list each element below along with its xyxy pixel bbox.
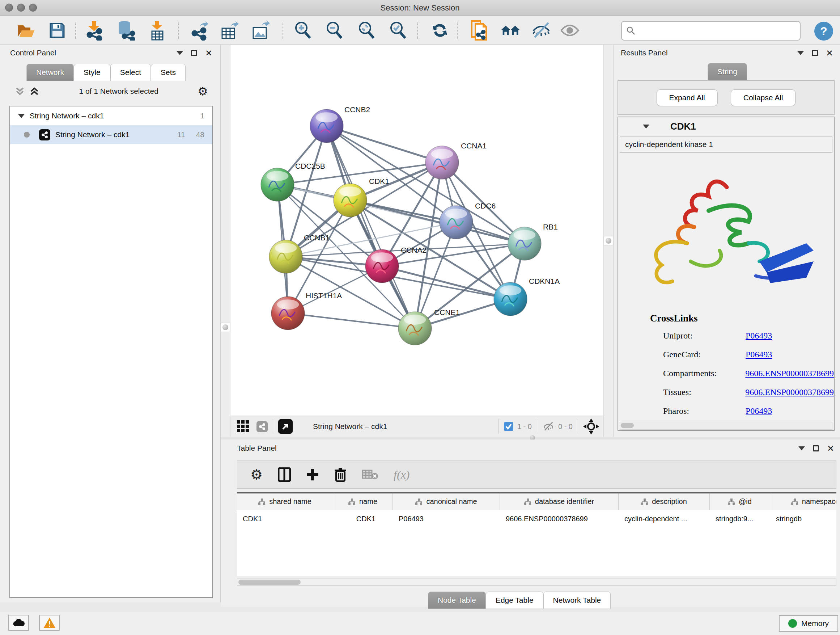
results-panel-close-icon[interactable]: ✕ — [826, 50, 833, 56]
cloud-status-button[interactable] — [8, 615, 29, 631]
tab-node-table[interactable]: Node Table — [428, 592, 486, 609]
tab-network-table[interactable]: Network Table — [543, 592, 611, 609]
help-icon[interactable]: ? — [814, 22, 833, 41]
table-cell[interactable]: stringdb — [770, 510, 836, 527]
crosslink-link[interactable]: 9606.ENSP00000378699 — [745, 387, 834, 397]
collection-label: String Network – cdk1 — [30, 111, 200, 120]
column-header-description[interactable]: description — [619, 494, 710, 510]
network-node-CCNE1[interactable]: CCNE1 — [398, 308, 460, 345]
column-header-shared-name[interactable]: shared name — [237, 494, 333, 510]
tab-style[interactable]: Style — [74, 64, 111, 81]
delete-column-icon[interactable] — [334, 467, 347, 482]
network-type-share-icon[interactable] — [256, 421, 268, 432]
fit-selected-crosshair-icon[interactable] — [583, 418, 599, 434]
network-node-RB1[interactable]: RB1 — [508, 223, 558, 260]
column-header-database-identifier[interactable]: database identifier — [500, 494, 619, 510]
network-row[interactable]: String Network – cdk1 11 48 — [10, 125, 212, 144]
memory-button[interactable]: Memory — [779, 615, 838, 632]
table-cell[interactable]: CDK1 — [333, 510, 393, 527]
column-header-name[interactable]: name — [333, 494, 393, 510]
add-column-icon[interactable] — [306, 468, 319, 481]
show-columns-icon[interactable] — [278, 467, 291, 482]
crosslink-link[interactable]: 9606.ENSP00000378699 — [745, 369, 834, 378]
table-cell[interactable]: P06493 — [393, 510, 500, 527]
results-panel-menu-icon[interactable] — [797, 51, 804, 55]
column-header-canonical-name[interactable]: canonical name — [393, 494, 500, 510]
crosslink-link[interactable]: P06493 — [745, 406, 772, 416]
table-row[interactable]: CDK1CDK1P064939606.ENSP00000378699cyclin… — [237, 510, 836, 527]
control-panel-close-icon[interactable]: ✕ — [205, 50, 212, 56]
export-network-icon[interactable] — [190, 20, 210, 41]
collapse-all-icon[interactable] — [14, 86, 25, 97]
edge-CCNB2-CCNA1[interactable] — [327, 126, 442, 163]
tab-network[interactable]: Network — [27, 64, 74, 81]
import-table-icon[interactable] — [147, 20, 167, 41]
zoom-out-icon[interactable] — [325, 20, 345, 41]
tab-edge-table[interactable]: Edge Table — [486, 592, 543, 609]
export-table-icon[interactable] — [220, 20, 240, 41]
zoom-selected-icon[interactable] — [388, 20, 409, 41]
edge-HIST1H1A-CCNE1[interactable] — [288, 313, 415, 328]
tab-sets[interactable]: Sets — [151, 64, 186, 81]
table-panel-close-icon[interactable]: ✕ — [827, 445, 834, 451]
refresh-icon[interactable] — [430, 20, 450, 41]
crosslink-link[interactable]: P06493 — [745, 331, 772, 340]
crosslink-link[interactable]: P06493 — [745, 350, 772, 359]
control-panel-float-icon[interactable] — [191, 50, 197, 56]
protein-structure-image[interactable] — [618, 153, 834, 308]
open-in-window-icon[interactable] — [278, 419, 293, 434]
import-network-file-icon[interactable] — [84, 20, 104, 41]
table-panel-menu-icon[interactable] — [798, 447, 805, 450]
open-session-icon[interactable] — [16, 20, 36, 41]
zoom-in-icon[interactable] — [293, 20, 313, 41]
left-splitter[interactable] — [221, 45, 231, 437]
function-builder-icon[interactable]: f(x) — [393, 468, 409, 481]
network-canvas[interactable]: CCNB2CCNA1CDC25BCDK1CDC6RB1CCNB1CCNA2CDK… — [231, 45, 603, 416]
protein-collapse-icon[interactable] — [643, 125, 649, 128]
expand-all-button[interactable]: Expand All — [657, 89, 718, 106]
collapse-all-button[interactable]: Collapse All — [731, 89, 796, 106]
table-cell[interactable]: CDK1 — [237, 510, 333, 527]
delete-table-icon[interactable] — [362, 469, 378, 480]
results-scrollbar[interactable] — [620, 422, 832, 430]
network-node-CDC6[interactable]: CDC6 — [439, 202, 496, 239]
expand-all-icon[interactable] — [29, 86, 40, 97]
search-input[interactable] — [636, 26, 800, 35]
tab-string-results[interactable]: String — [707, 63, 747, 80]
network-node-CDK1[interactable]: CDK1 — [333, 177, 389, 217]
hide-selected-eye-icon[interactable] — [531, 20, 551, 41]
export-image-icon[interactable] — [251, 20, 271, 41]
network-node-CDKN1A[interactable]: CDKN1A — [494, 277, 560, 316]
show-all-eye-icon[interactable] — [560, 20, 580, 41]
column-header-namespace[interactable]: namespace — [770, 494, 836, 510]
tab-select[interactable]: Select — [111, 64, 151, 81]
selected-checkbox-icon[interactable] — [504, 421, 514, 432]
column-header--id[interactable]: @id — [710, 494, 770, 510]
warning-status-button[interactable] — [39, 615, 60, 631]
change-species-icon[interactable] — [501, 20, 521, 41]
control-panel-menu-icon[interactable] — [177, 51, 183, 55]
network-node-HIST1H1A[interactable]: HIST1H1A — [271, 291, 342, 330]
zoom-fit-icon[interactable] — [357, 20, 377, 41]
horizontal-splitter[interactable] — [221, 437, 840, 440]
import-network-database-icon[interactable] — [115, 20, 135, 41]
right-splitter[interactable] — [603, 45, 613, 437]
table-options-gear-icon[interactable]: ⚙ — [250, 468, 263, 481]
network-options-gear-icon[interactable]: ⚙ — [197, 86, 208, 97]
network-collection-row[interactable]: String Network – cdk1 1 — [10, 106, 212, 125]
results-panel-float-icon[interactable] — [812, 50, 818, 56]
table-cell[interactable]: stringdb:9... — [710, 510, 770, 527]
collection-expand-icon[interactable] — [18, 114, 25, 118]
table-panel-float-icon[interactable] — [813, 445, 819, 451]
table-cell[interactable]: cyclin-dependent ... — [619, 510, 710, 527]
string-enrichment-icon[interactable] — [469, 20, 489, 41]
search-box[interactable] — [621, 21, 801, 41]
table-scrollbar[interactable] — [237, 578, 836, 586]
save-session-icon[interactable] — [47, 20, 67, 41]
edge-CDK1-RB1[interactable] — [350, 200, 524, 244]
hidden-eye-icon[interactable] — [542, 421, 554, 432]
network-node-CDC25B[interactable]: CDC25B — [261, 162, 325, 201]
birdseye-grid-icon[interactable] — [236, 420, 250, 433]
network-node-CCNA1[interactable]: CCNA1 — [425, 141, 486, 179]
table-cell[interactable]: 9606.ENSP00000378699 — [500, 510, 619, 527]
